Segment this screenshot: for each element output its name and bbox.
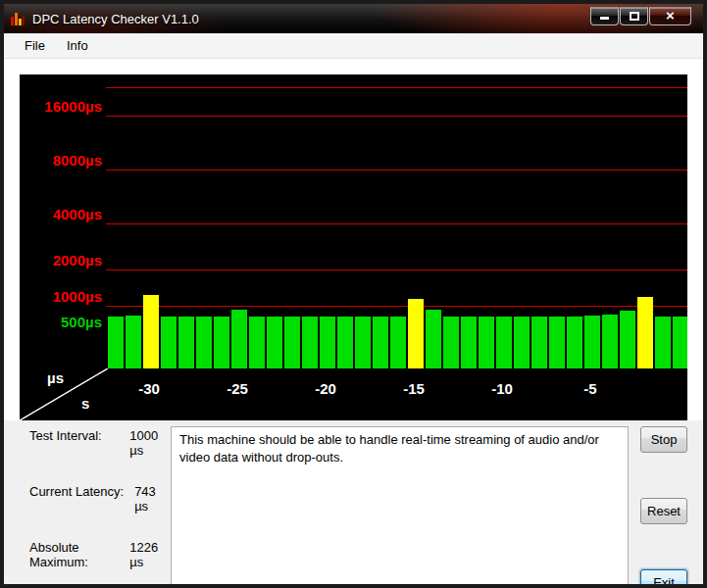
stat-label: Test Interval: [29,428,129,458]
x-unit-label: s [81,395,89,412]
close-button[interactable]: × [649,7,691,25]
latency-bar [496,317,512,368]
latency-bar [284,317,300,368]
chart-client-area: µs s 16000µs8000µs4000µs2000µs1000µs500µ… [4,59,703,420]
reset-button[interactable]: Reset [640,498,687,524]
x-axis-label: -30 [138,380,160,397]
gridline-4000us [106,223,687,224]
close-icon: × [666,8,675,23]
stat-row-current-latency: Current Latency:743 µs [29,484,171,514]
latency-bar [514,317,530,368]
app-icon [10,11,25,26]
latency-bar [196,317,212,368]
gridline-1000us [106,306,687,307]
latency-bar [531,317,547,368]
latency-bar [461,317,477,368]
latency-bar [426,310,441,368]
exit-button[interactable]: Exit [640,569,687,588]
latency-bar [479,317,494,368]
latency-bar [355,317,371,368]
latency-bar [408,299,424,368]
latency-bar [267,317,282,368]
x-axis-label: -20 [315,380,336,397]
stats-panel: Test Interval:1000 µsCurrent Latency:743… [29,426,171,588]
latency-bar [249,317,265,368]
y-axis-label-500: 500µs [20,314,102,330]
button-column: StopResetExit [640,426,687,588]
latency-bar [637,297,653,368]
stop-button[interactable]: Stop [640,426,687,453]
latency-chart: µs s 16000µs8000µs4000µs2000µs1000µs500µ… [20,74,687,420]
stat-value: 743 µs [134,484,171,514]
latency-bar [337,317,353,368]
window-title: DPC Latency Checker V1.1.0 [32,12,199,26]
latency-bar [373,317,388,368]
stat-value: 1226 µs [129,540,171,569]
latency-bar [584,316,600,368]
latency-bar [443,317,459,368]
stat-label: Absolute Maximum: [29,540,129,569]
latency-bar [655,317,671,368]
x-axis-label: -15 [403,380,425,397]
latency-bar [567,317,582,368]
stat-value: 1000 µs [129,428,171,458]
latency-bar [231,310,247,368]
stat-row-absolute-maximum: Absolute Maximum:1226 µs [29,540,171,569]
latency-bar [302,317,318,368]
menubar: FileInfo [4,33,703,59]
latency-bar [620,311,635,368]
latency-bar [126,316,141,368]
gridline-32000us [106,87,687,88]
latency-bar [602,315,618,368]
y-unit-label: µs [47,369,64,386]
y-axis-label-4000: 4000µs [20,206,102,222]
x-axis-label: -5 [583,380,596,397]
latency-bar [549,317,565,368]
app-window: DPC Latency Checker V1.1.0 × FileInfo µs… [0,0,707,588]
latency-bar [161,317,177,368]
message-box: This machine should be able to handle re… [171,426,629,588]
gridline-2000us [106,270,687,270]
x-axis-label: -25 [227,380,248,397]
axis-corner-diagonal [20,368,108,420]
window-controls: × [590,7,699,25]
y-axis-label-16000: 16000µs [20,98,102,115]
maximize-button[interactable] [620,7,648,25]
menu-item-info[interactable]: Info [56,34,99,57]
maximize-icon [630,12,639,21]
x-axis-label: -10 [491,380,513,397]
y-axis-label-1000: 1000µs [20,288,102,305]
titlebar[interactable]: DPC Latency Checker V1.1.0 × [4,4,703,33]
latency-bar [143,295,159,368]
y-axis-label-2000: 2000µs [20,252,102,269]
latency-bar [673,317,687,368]
latency-bar [390,317,406,368]
latency-bar [214,317,229,368]
stat-label: Current Latency: [29,484,134,514]
gridline-16000us [106,116,687,117]
bottom-panel: Test Interval:1000 µsCurrent Latency:743… [4,420,703,588]
minimize-icon [600,17,609,20]
latency-bar [178,317,194,368]
latency-bar [320,317,335,368]
stat-row-test-interval: Test Interval:1000 µs [29,428,171,458]
latency-bar [108,317,124,368]
gridline-8000us [106,170,687,171]
y-axis-label-8000: 8000µs [20,152,102,169]
minimize-button[interactable] [590,7,619,25]
menu-item-file[interactable]: File [14,34,56,57]
